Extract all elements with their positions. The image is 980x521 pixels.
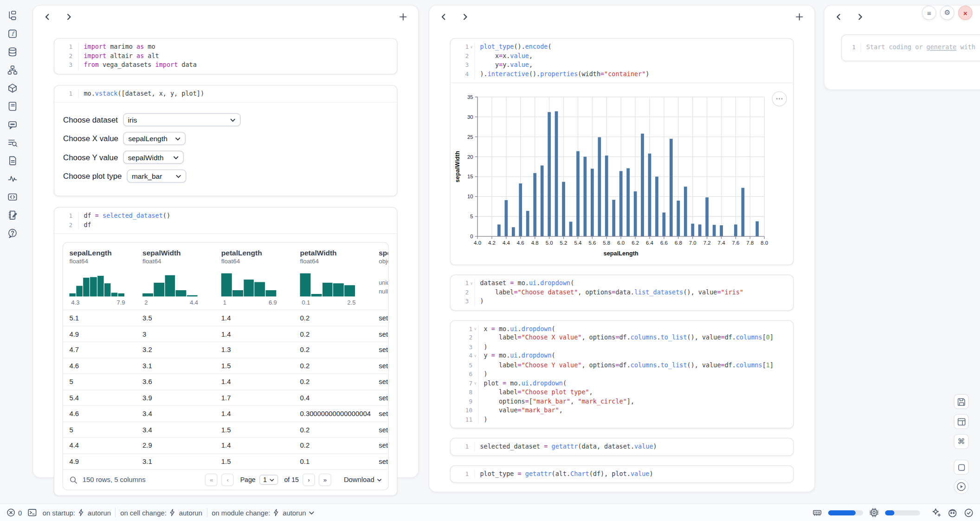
layout-button[interactable] xyxy=(954,414,968,429)
keyboard-shortcuts-button[interactable]: ⌘ xyxy=(954,434,968,449)
table-row[interactable]: 4.42.91.40.2setosa xyxy=(63,437,388,453)
error-indicator[interactable]: 0 xyxy=(6,508,22,517)
code-line: 3from vega_datasets import data xyxy=(59,61,397,70)
code-line: 1plot_type = getattr(alt.Chart(df), plot… xyxy=(456,469,793,479)
table-row[interactable]: 4.63.41.40.30000000000000004setosa xyxy=(63,405,388,421)
line-number: 1 xyxy=(842,43,860,52)
marimo-app: f 1import marimo as mo2import altair as … xyxy=(0,0,980,521)
svg-text:4.4: 4.4 xyxy=(503,240,510,246)
svg-text:4.0: 4.0 xyxy=(474,240,481,246)
column-name[interactable]: petalWidth xyxy=(300,249,373,256)
expand-right-icon[interactable] xyxy=(64,13,73,21)
code-snippet-icon[interactable] xyxy=(7,191,18,202)
code-cell-vstack[interactable]: 1mo.vstack([dataset, x, y, plot]) Choose… xyxy=(54,85,398,196)
dataset-dropdown[interactable]: iris xyxy=(123,113,240,126)
code-cell-df[interactable]: 1df = selected_dataset()2df sepalLengthf… xyxy=(54,207,398,496)
search-logs-icon[interactable] xyxy=(7,137,18,148)
column-name[interactable]: sepalWidth xyxy=(142,249,215,256)
download-button[interactable]: Download xyxy=(344,476,382,483)
script-log-icon[interactable] xyxy=(7,101,18,112)
dropdown-label: Choose plot type xyxy=(63,172,122,181)
gear-icon: ⚙ xyxy=(944,9,950,17)
save-icon xyxy=(956,397,966,406)
dropdown-label: Choose X value xyxy=(63,134,118,143)
empty-code-cell[interactable]: 1 Start coding or generate with xyxy=(841,34,980,61)
document-icon[interactable] xyxy=(7,155,18,166)
y-value-dropdown[interactable]: sepalWidth xyxy=(123,151,184,164)
search-icon[interactable] xyxy=(70,475,78,484)
close-button[interactable]: × xyxy=(958,6,973,20)
code-cell-selected-dataset[interactable]: 1selected_dataset = getattr(data, datase… xyxy=(450,438,794,456)
column-dtype: float64 xyxy=(221,258,294,265)
table-row[interactable]: 4.93.11.50.1setosa xyxy=(63,453,388,469)
next-page-button[interactable]: › xyxy=(303,474,315,486)
run-setting[interactable]: on startup:autorun xyxy=(43,508,111,517)
column-name[interactable]: sepalLength xyxy=(70,249,136,256)
table-row[interactable]: 5.43.91.70.4setosa xyxy=(63,389,388,405)
panel-left-nav xyxy=(33,6,418,28)
code-line: 11) xyxy=(456,415,793,424)
copilot-button[interactable] xyxy=(948,508,958,518)
row-count-summary: 150 rows, 5 columns xyxy=(83,476,146,483)
cell-frame-button[interactable] xyxy=(954,460,968,475)
function-icon[interactable]: f xyxy=(7,28,18,39)
database-icon[interactable] xyxy=(7,46,18,58)
first-page-button[interactable]: « xyxy=(205,474,218,486)
add-cell-button[interactable] xyxy=(398,12,408,22)
sidebar: f xyxy=(0,0,25,239)
table-row[interactable]: 4.73.21.30.2setosa xyxy=(63,341,388,357)
code-cell-xy-plot-dropdowns[interactable]: 1∨x = mo.ui.dropdown(2 label="Choose X v… xyxy=(450,320,794,429)
previous-page-button[interactable]: ‹ xyxy=(221,474,234,486)
terminal-button[interactable] xyxy=(27,508,37,517)
add-cell-button[interactable] xyxy=(794,12,805,22)
file-tree-icon[interactable] xyxy=(7,10,18,21)
run-setting[interactable]: on cell change:autorun xyxy=(120,508,202,517)
expand-right-icon[interactable] xyxy=(461,13,470,21)
help-icon[interactable] xyxy=(7,228,18,239)
dependency-graph-icon[interactable] xyxy=(7,65,18,76)
plot-type-dropdown[interactable]: mark_bar xyxy=(127,169,186,182)
table-row[interactable]: 53.41.50.2setosa xyxy=(63,421,388,437)
column-name[interactable]: petalLength xyxy=(221,249,294,256)
run-button[interactable] xyxy=(954,479,968,494)
x-value-dropdown[interactable]: sepalLength xyxy=(123,132,186,145)
collapse-left-icon[interactable] xyxy=(834,13,843,21)
svg-text:7.6: 7.6 xyxy=(732,240,740,246)
collapse-left-icon[interactable] xyxy=(43,13,52,21)
memory-usage-bar xyxy=(828,510,863,515)
scratchpad-icon[interactable] xyxy=(7,209,18,221)
ai-sparkle-button[interactable] xyxy=(931,508,941,518)
last-page-button[interactable]: » xyxy=(319,474,331,486)
page-select[interactable]: 1 xyxy=(259,475,278,485)
menu-button[interactable]: ≡ xyxy=(922,6,936,20)
chart-options-button[interactable] xyxy=(772,91,787,106)
svg-text:10: 10 xyxy=(467,194,473,199)
package-icon[interactable] xyxy=(7,83,18,94)
code-cell-imports[interactable]: 1import marimo as mo2import altair as al… xyxy=(54,38,398,74)
code-placeholder[interactable]: Start coding or generate with xyxy=(861,43,975,52)
code-cell-plot-encode[interactable]: 1∨plot_type().encode(2 x=x.value,3 y=y.v… xyxy=(450,38,794,265)
expand-right-icon[interactable] xyxy=(856,13,864,21)
code-cell-dataset-dropdown[interactable]: 1∨dataset = mo.ui.dropdown(2 label="Choo… xyxy=(450,274,794,310)
fold-icon: ∨ xyxy=(472,324,478,333)
generate-link[interactable]: generate xyxy=(927,44,957,51)
activity-icon[interactable] xyxy=(7,173,18,184)
table-row[interactable]: 53.61.40.2setosa xyxy=(63,373,388,389)
code-line: 2 x=x.value, xyxy=(456,52,793,61)
column-histogram xyxy=(300,270,355,297)
table-body: 5.13.51.40.2setosa4.931.40.2setosa4.73.2… xyxy=(63,310,388,469)
connection-status-button[interactable] xyxy=(964,508,974,518)
save-button[interactable] xyxy=(954,394,968,409)
settings-button[interactable]: ⚙ xyxy=(940,6,954,20)
column-name[interactable]: species xyxy=(379,249,389,256)
table-row[interactable]: 5.13.51.40.2setosa xyxy=(63,310,388,326)
svg-text:5: 5 xyxy=(470,214,473,219)
collapse-left-icon[interactable] xyxy=(439,13,448,21)
code-line: 9 options=["mark_bar", "mark_circle"], xyxy=(456,397,793,406)
cpu-icon xyxy=(870,508,879,517)
table-row[interactable]: 4.63.11.50.2setosa xyxy=(63,358,388,373)
table-row[interactable]: 4.931.40.2setosa xyxy=(63,326,388,341)
code-cell-plot-type[interactable]: 1plot_type = getattr(alt.Chart(df), plot… xyxy=(450,465,794,482)
run-setting[interactable]: on module change:autorun xyxy=(212,508,314,517)
chatbot-icon[interactable] xyxy=(7,119,18,130)
